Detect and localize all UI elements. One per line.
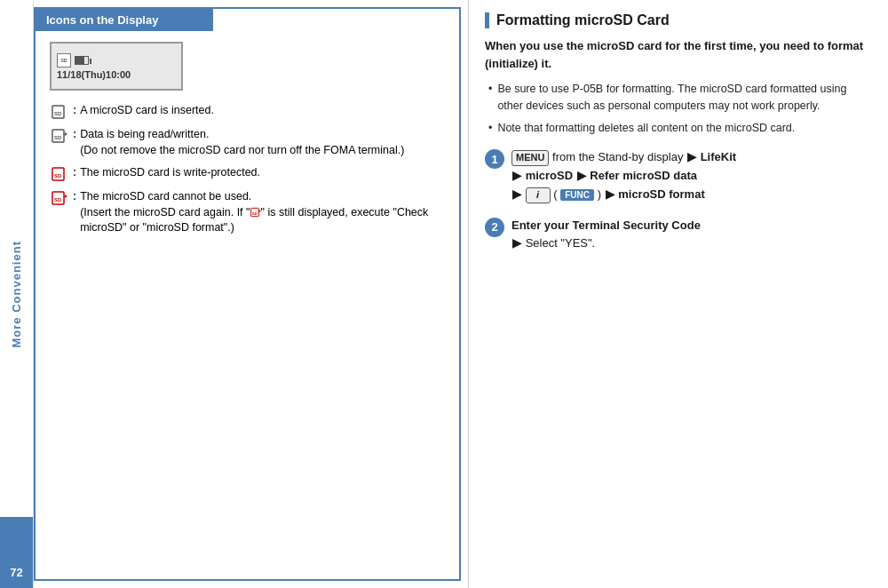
list-item: SD : The microSD card is write-protected… bbox=[50, 165, 445, 182]
right-panel: Formatting microSD Card When you use the… bbox=[469, 0, 888, 588]
sd-readwrite-text: Data is being read/written.(Do not remov… bbox=[80, 127, 404, 158]
section-title-text: Formatting microSD Card bbox=[496, 12, 670, 28]
sd-icon-display: SD bbox=[57, 53, 71, 68]
i-key: i bbox=[526, 187, 551, 203]
icons-on-display-header: Icons on the Display bbox=[36, 9, 213, 31]
arrow-3: ▶ bbox=[577, 169, 586, 182]
sd-unusable-icon: SD bbox=[50, 190, 69, 206]
sd-readwrite-icon: SD bbox=[50, 128, 69, 144]
func-key: FUNC bbox=[560, 189, 594, 201]
step1-text1: from the Stand-by display bbox=[552, 150, 686, 163]
bullet-text-1: Be sure to use P-05B for formatting. The… bbox=[497, 81, 872, 115]
step1-microsd: microSD bbox=[526, 169, 573, 182]
step-1: 1 MENU from the Stand-by display ▶ LifeK… bbox=[485, 148, 872, 203]
svg-text:SD: SD bbox=[54, 197, 62, 203]
left-panel: Icons on the Display SD 11/18(Thu)10:00 bbox=[34, 0, 469, 588]
arrow-1: ▶ bbox=[687, 150, 696, 163]
step-1-content: MENU from the Stand-by display ▶ LifeKit… bbox=[511, 148, 736, 203]
arrow-5: ▶ bbox=[606, 187, 614, 201]
step-2: 2 Enter your Terminal Security Code ▶ Se… bbox=[485, 217, 872, 254]
svg-text:SD: SD bbox=[54, 173, 62, 179]
bullet-list: • Be sure to use P-05B for formatting. T… bbox=[485, 81, 872, 136]
battery-fill bbox=[75, 57, 84, 64]
step1-format: microSD format bbox=[618, 187, 705, 201]
svg-text:SD: SD bbox=[54, 135, 62, 140]
svg-text:SD: SD bbox=[54, 111, 62, 116]
bullet-dot: • bbox=[488, 81, 492, 98]
bullet-item: • Note that formatting deletes all conte… bbox=[488, 120, 872, 137]
svg-text:SD: SD bbox=[252, 211, 258, 216]
paren-open: ( bbox=[553, 187, 557, 201]
sd-inserted-icon: SD bbox=[50, 104, 69, 120]
svg-marker-9 bbox=[65, 195, 67, 198]
step-2-content: Enter your Terminal Security Code ▶ Sele… bbox=[511, 217, 701, 254]
section-title: Formatting microSD Card bbox=[485, 12, 872, 28]
list-item: SD : The microSD card cannot be used.(In… bbox=[50, 189, 445, 236]
left-sidebar: More Convenient 72 bbox=[0, 0, 34, 588]
intro-text: When you use the microSD card for the fi… bbox=[485, 37, 872, 72]
list-item: SD : A microSD card is inserted. bbox=[50, 103, 445, 120]
sd-inserted-text: A microSD card is inserted. bbox=[80, 103, 214, 119]
step2-select: Select "YES". bbox=[526, 236, 596, 250]
sidebar-blue-bar: 72 bbox=[0, 517, 33, 588]
step-2-number: 2 bbox=[485, 218, 504, 237]
step2-text: Enter your Terminal Security Code bbox=[511, 219, 701, 232]
step1-lifekit: LifeKit bbox=[701, 150, 736, 163]
icon-list: SD : A microSD card is inserted. SD bbox=[36, 99, 459, 252]
svg-marker-12 bbox=[259, 211, 261, 213]
left-panel-inner: Icons on the Display SD 11/18(Thu)10:00 bbox=[34, 7, 461, 581]
sd-protected-text: The microSD card is write-protected. bbox=[80, 165, 260, 181]
display-time: 11/18(Thu)10:00 bbox=[57, 69, 176, 80]
bullet-text-2: Note that formatting deletes all content… bbox=[497, 120, 795, 137]
list-item: SD : Data is being read/written.(Do not … bbox=[50, 127, 445, 158]
sd-unusable-text: The microSD card cannot be used.(Insert … bbox=[80, 189, 445, 236]
display-icons-row: SD bbox=[57, 53, 176, 68]
bullet-item: • Be sure to use P-05B for formatting. T… bbox=[488, 81, 872, 115]
colon-1: : bbox=[73, 103, 76, 119]
colon-3: : bbox=[73, 165, 76, 181]
arrow-6: ▶ bbox=[512, 236, 521, 250]
main-content: Icons on the Display SD 11/18(Thu)10:00 bbox=[34, 0, 888, 588]
arrow-2: ▶ bbox=[512, 169, 521, 182]
battery-icon bbox=[75, 56, 89, 65]
menu-key: MENU bbox=[511, 150, 549, 166]
arrow-4: ▶ bbox=[512, 187, 521, 201]
step1-refer: Refer microSD data bbox=[590, 169, 697, 182]
bullet-dot: • bbox=[488, 120, 492, 137]
paren-close: ) bbox=[598, 187, 601, 201]
svg-marker-4 bbox=[65, 132, 67, 136]
phone-display: SD 11/18(Thu)10:00 bbox=[50, 42, 183, 91]
step-1-number: 1 bbox=[485, 149, 504, 169]
sidebar-label: More Convenient bbox=[10, 241, 23, 347]
colon-4: : bbox=[73, 189, 76, 205]
sd-protected-icon: SD bbox=[50, 166, 69, 182]
colon-2: : bbox=[73, 127, 76, 143]
page-number: 72 bbox=[10, 566, 22, 579]
